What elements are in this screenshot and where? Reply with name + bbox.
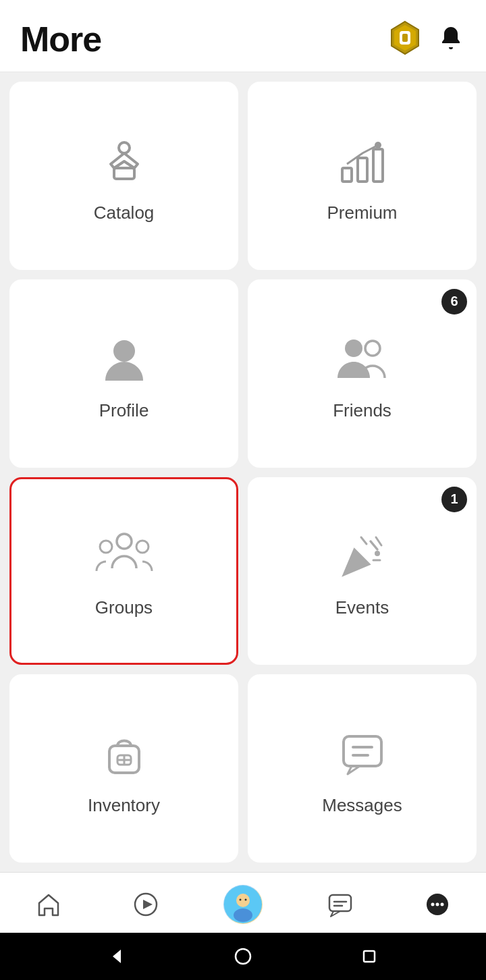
svg-point-12 — [365, 341, 380, 356]
android-home[interactable] — [234, 947, 252, 966]
premium-label: Premium — [327, 202, 397, 223]
svg-point-14 — [100, 541, 112, 553]
svg-marker-44 — [113, 950, 121, 963]
nav-home[interactable] — [0, 891, 97, 918]
catalog-label: Catalog — [94, 202, 155, 223]
profile-item[interactable]: Profile — [9, 279, 238, 468]
friends-item[interactable]: 6 Friends — [248, 279, 477, 468]
svg-rect-37 — [329, 895, 351, 911]
nav-avatar[interactable] — [194, 885, 292, 924]
svg-point-36 — [245, 898, 247, 900]
profile-label: Profile — [99, 400, 149, 421]
svg-point-33 — [236, 894, 250, 907]
svg-rect-6 — [342, 168, 352, 182]
svg-point-13 — [117, 534, 132, 549]
svg-point-43 — [441, 902, 444, 906]
premium-icon — [332, 131, 393, 192]
nav-more[interactable] — [389, 891, 486, 918]
messages-icon — [332, 724, 393, 784]
svg-point-34 — [234, 908, 252, 922]
catalog-item[interactable]: Catalog — [9, 82, 238, 270]
events-badge: 1 — [441, 487, 467, 512]
bell-icon[interactable] — [436, 23, 466, 55]
page-title: More — [20, 19, 101, 59]
svg-line-18 — [371, 541, 377, 549]
svg-rect-27 — [344, 736, 381, 766]
svg-line-20 — [361, 537, 367, 544]
robux-icon[interactable] — [386, 19, 424, 59]
nav-chat[interactable] — [292, 891, 389, 918]
android-back[interactable] — [107, 947, 126, 966]
profile-icon — [94, 329, 155, 389]
inventory-item[interactable]: Inventory — [9, 674, 238, 863]
bottom-navigation — [0, 872, 486, 933]
android-recent[interactable] — [360, 947, 379, 966]
svg-rect-46 — [364, 951, 375, 962]
svg-marker-31 — [143, 900, 153, 909]
svg-rect-8 — [373, 149, 383, 182]
svg-rect-5 — [114, 168, 134, 179]
friends-icon — [332, 329, 393, 389]
groups-icon — [94, 526, 155, 587]
android-navigation-bar — [0, 933, 486, 980]
svg-point-11 — [345, 339, 362, 357]
friends-label: Friends — [333, 400, 392, 421]
svg-point-42 — [436, 902, 439, 906]
messages-label: Messages — [322, 795, 402, 816]
events-label: Events — [335, 597, 389, 618]
svg-rect-7 — [358, 158, 367, 182]
avatar-image — [223, 885, 263, 924]
nav-discover[interactable] — [97, 891, 194, 918]
svg-point-35 — [240, 898, 242, 900]
catalog-icon — [94, 131, 155, 192]
events-item[interactable]: 1 Events — [248, 477, 477, 665]
svg-point-9 — [375, 142, 381, 148]
premium-item[interactable]: Premium — [248, 82, 477, 270]
svg-line-19 — [376, 537, 381, 545]
events-icon — [332, 526, 393, 587]
svg-marker-16 — [344, 549, 369, 575]
header-actions — [386, 19, 466, 59]
app-header: More — [0, 0, 486, 72]
svg-point-45 — [236, 949, 250, 964]
friends-badge: 6 — [441, 289, 467, 315]
svg-point-4 — [119, 142, 130, 153]
groups-item[interactable]: Groups — [9, 477, 238, 665]
messages-item[interactable]: Messages — [248, 674, 477, 863]
groups-label: Groups — [95, 597, 153, 618]
svg-point-10 — [113, 340, 135, 362]
inventory-label: Inventory — [88, 795, 160, 816]
inventory-icon — [94, 724, 155, 784]
menu-grid: Catalog Premium Profile 6 — [0, 72, 486, 872]
svg-point-15 — [136, 541, 148, 553]
svg-point-41 — [431, 902, 435, 906]
svg-rect-3 — [402, 34, 408, 42]
svg-point-21 — [375, 551, 380, 556]
